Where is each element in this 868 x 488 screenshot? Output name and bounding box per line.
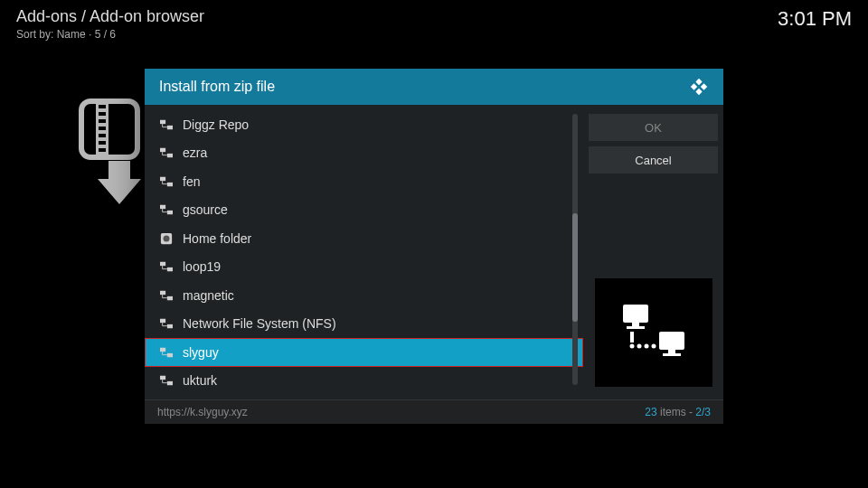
install-from-zip-dialog: Install from zip file Diggz Repoezrafeng… xyxy=(145,69,723,424)
svg-rect-9 xyxy=(160,120,165,124)
scrollbar-thumb[interactable] xyxy=(572,213,578,322)
svg-point-38 xyxy=(651,344,656,349)
network-folder-icon xyxy=(159,347,174,358)
breadcrumb: Add-ons / Add-on browser xyxy=(16,7,852,26)
svg-rect-31 xyxy=(627,326,645,329)
svg-point-18 xyxy=(164,235,170,241)
network-folder-icon xyxy=(159,318,174,329)
file-list[interactable]: Diggz RepoezrafengsourceHome folderloop1… xyxy=(145,110,583,395)
network-folder-icon xyxy=(159,119,174,130)
svg-rect-28 xyxy=(167,381,173,385)
preview-thumbnail xyxy=(595,278,712,387)
dialog-footer: https://k.slyguy.xyz 23 items - 2/3 xyxy=(145,399,723,424)
list-item-label: gsource xyxy=(183,202,228,217)
svg-rect-5 xyxy=(99,127,106,130)
svg-rect-27 xyxy=(160,376,165,380)
kodi-logo-icon xyxy=(689,77,709,97)
svg-rect-25 xyxy=(160,348,165,352)
sort-line: Sort by: Name · 5 / 6 xyxy=(16,28,852,41)
network-folder-icon xyxy=(159,204,174,215)
list-item-label: Diggz Repo xyxy=(183,117,249,132)
svg-rect-34 xyxy=(663,353,681,356)
svg-rect-39 xyxy=(630,332,634,343)
network-folder-icon xyxy=(159,375,174,386)
network-folder-icon xyxy=(159,261,174,272)
svg-rect-2 xyxy=(99,105,106,108)
svg-rect-20 xyxy=(167,267,173,271)
list-item[interactable]: fen xyxy=(145,167,583,196)
list-item-label: ezra xyxy=(183,145,207,160)
svg-point-37 xyxy=(644,344,648,349)
list-item-label: slyguy xyxy=(183,345,219,360)
network-share-icon xyxy=(618,301,690,364)
svg-rect-13 xyxy=(160,177,165,181)
svg-rect-26 xyxy=(167,353,173,357)
clock: 3:01 PM xyxy=(778,7,852,31)
footer-path: https://k.slyguy.xyz xyxy=(157,406,248,418)
svg-rect-7 xyxy=(99,141,106,145)
svg-rect-12 xyxy=(167,154,173,157)
list-item-label: Network File System (NFS) xyxy=(183,316,336,331)
cancel-button[interactable]: Cancel xyxy=(589,146,718,174)
list-item[interactable]: gsource xyxy=(145,196,583,225)
list-item-label: loop19 xyxy=(183,259,221,274)
svg-rect-6 xyxy=(99,134,106,137)
svg-rect-30 xyxy=(632,323,639,326)
svg-rect-8 xyxy=(99,148,106,152)
svg-rect-16 xyxy=(167,211,173,214)
svg-rect-29 xyxy=(623,305,648,323)
network-folder-icon xyxy=(159,147,174,158)
svg-rect-32 xyxy=(659,332,684,350)
network-folder-icon xyxy=(159,290,174,301)
list-item[interactable]: slyguy xyxy=(145,338,583,367)
svg-rect-4 xyxy=(99,119,106,123)
svg-rect-11 xyxy=(160,148,165,152)
zip-install-icon xyxy=(78,98,150,210)
dialog-right-panel: OK Cancel xyxy=(583,105,723,399)
svg-rect-0 xyxy=(81,101,137,157)
svg-rect-14 xyxy=(167,183,173,186)
svg-rect-21 xyxy=(160,291,165,295)
list-item-label: fen xyxy=(183,174,200,189)
dialog-title: Install from zip file xyxy=(159,79,275,95)
list-item-label: magnetic xyxy=(183,288,234,303)
list-item-label: Home folder xyxy=(183,231,251,246)
svg-rect-15 xyxy=(160,205,165,209)
svg-rect-19 xyxy=(160,262,165,266)
svg-point-35 xyxy=(629,344,634,349)
svg-rect-22 xyxy=(167,296,173,300)
svg-rect-10 xyxy=(167,126,173,129)
svg-rect-3 xyxy=(99,112,106,116)
list-item[interactable]: magnetic xyxy=(145,281,583,310)
list-item[interactable]: Diggz Repo xyxy=(145,110,583,139)
scrollbar[interactable] xyxy=(572,114,578,385)
dialog-title-bar: Install from zip file xyxy=(145,69,723,105)
list-item[interactable]: ukturk xyxy=(145,367,583,396)
footer-count: 23 items - 2/3 xyxy=(645,406,711,418)
svg-point-36 xyxy=(637,344,641,349)
svg-rect-23 xyxy=(160,319,165,323)
svg-rect-33 xyxy=(668,350,675,353)
svg-rect-24 xyxy=(167,324,173,328)
list-item-label: ukturk xyxy=(183,373,217,388)
list-item[interactable]: ezra xyxy=(145,139,583,168)
list-item[interactable]: Home folder xyxy=(145,224,583,253)
disk-icon xyxy=(159,232,174,245)
file-list-panel: Diggz RepoezrafengsourceHome folderloop1… xyxy=(145,105,583,399)
network-folder-icon xyxy=(159,176,174,187)
header: Add-ons / Add-on browser Sort by: Name ·… xyxy=(16,7,852,41)
ok-button[interactable]: OK xyxy=(589,114,718,141)
list-item[interactable]: loop19 xyxy=(145,253,583,282)
list-item[interactable]: Network File System (NFS) xyxy=(145,310,583,339)
